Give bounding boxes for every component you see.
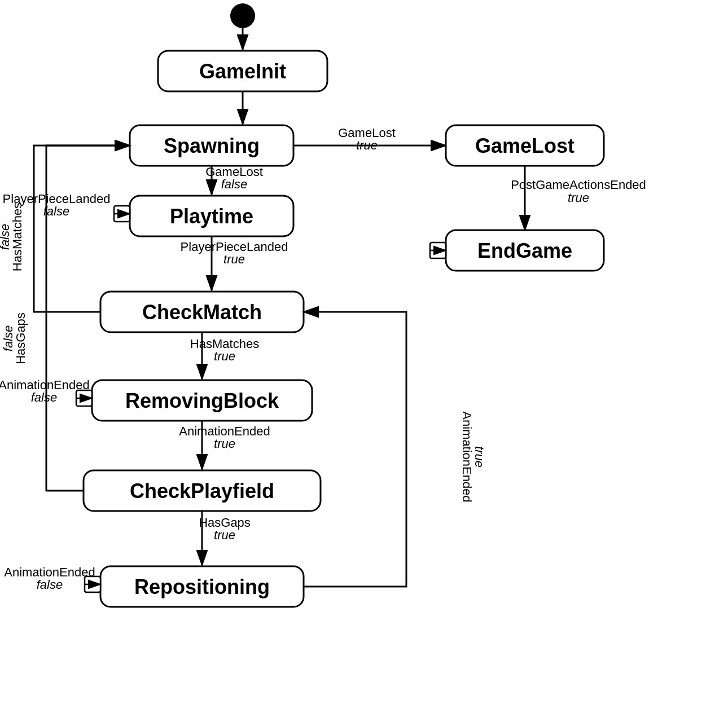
- label-hasmatches-false: HasMatches: [10, 202, 24, 271]
- label-false-3: false: [0, 224, 12, 250]
- state-gamelost-label: GameLost: [475, 134, 574, 157]
- label-postgame: PostGameActionsEnded: [511, 178, 646, 192]
- label-false-6: false: [37, 578, 63, 592]
- arrow-checkmatch-spawning: [34, 146, 130, 312]
- label-true-4: true: [214, 349, 235, 363]
- label-false-4: false: [31, 390, 57, 404]
- state-removingblock-label: RemovingBlock: [125, 389, 279, 412]
- label-hasgaps-false: HasGaps: [14, 312, 28, 364]
- label-true-3: true: [223, 252, 245, 266]
- label-true-2: true: [568, 191, 589, 205]
- label-false-2: false: [43, 204, 69, 218]
- state-repositioning-label: Repositioning: [134, 575, 270, 598]
- initial-state: [230, 3, 255, 28]
- arrow-repositioning-checkmatch: [304, 312, 406, 587]
- state-checkmatch-label: CheckMatch: [142, 301, 262, 324]
- state-gameinit-label: GameInit: [199, 60, 286, 83]
- label-false-5: false: [1, 325, 15, 351]
- label-false-1: false: [221, 177, 247, 191]
- label-true-1: true: [356, 138, 378, 152]
- state-checkplayfield-label: CheckPlayfield: [130, 479, 274, 503]
- label-true-7: true: [472, 446, 486, 468]
- label-animationended-true-2: AnimationEnded: [460, 411, 474, 502]
- state-endgame-label: EndGame: [477, 239, 572, 262]
- label-true-5: true: [214, 437, 235, 451]
- state-playtime-label: Playtime: [170, 205, 253, 228]
- label-true-6: true: [214, 528, 235, 542]
- state-spawning-label: Spawning: [164, 134, 260, 157]
